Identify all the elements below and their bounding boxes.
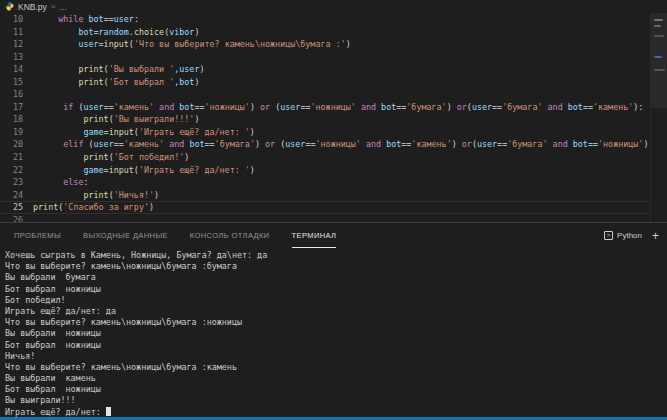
code-lines[interactable]: 10 while bot==user:11 bot=random.choice(…	[0, 13, 650, 222]
terminal-line: Вы выбрали камень	[5, 373, 667, 384]
panel-actions: > Python +	[604, 229, 667, 243]
line-number[interactable]: 24	[0, 189, 23, 202]
terminal-line: Играть ещё? да/нет: да	[5, 306, 667, 317]
shell-selector-label: Python	[617, 231, 642, 240]
code-editor: 10 while bot==user:11 bot=random.choice(…	[0, 13, 667, 222]
code-line[interactable]: 23 else:	[0, 176, 650, 189]
code-line[interactable]: 14 print('Вы выбрали ',user)	[0, 63, 650, 76]
line-number[interactable]: 14	[0, 63, 23, 76]
panel-tab-inactive[interactable]: ПРОБЛЕМЫ	[14, 223, 61, 248]
line-number[interactable]: 12	[0, 38, 23, 51]
code-line[interactable]: 22 game=input('Играть ещё? да/нет: ')	[0, 164, 650, 177]
code-line[interactable]: 13	[0, 51, 650, 64]
code-line[interactable]: 26	[0, 214, 650, 222]
shell-selector[interactable]: > Python	[604, 231, 642, 240]
breadcrumb: KNB.py > ...	[0, 0, 667, 13]
panel-tab-inactive[interactable]: ВЫХОДНЫЕ ДАННЫЕ	[83, 223, 168, 248]
line-number[interactable]: 25	[0, 201, 23, 214]
python-file-icon	[5, 2, 14, 11]
terminal-line: Бот победил!	[5, 295, 667, 306]
line-number[interactable]: 18	[0, 113, 23, 126]
panel-tab-active[interactable]: ТЕРМИНАЛ	[292, 223, 337, 248]
code-line[interactable]: 24 print('Ничья!')	[0, 189, 650, 202]
line-number[interactable]: 19	[0, 126, 23, 139]
panel-tab-inactive[interactable]: КОНСОЛЬ ОТЛАДКИ	[190, 223, 270, 248]
terminal-line: Бот выбрал ножницы	[5, 340, 667, 351]
line-number[interactable]: 26	[0, 214, 23, 222]
terminal-line: Бот выбрал ножницы	[5, 284, 667, 295]
code-line[interactable]: 17 if (user=='камень' and bot=='ножницы'…	[0, 101, 650, 114]
code-line[interactable]: 25print('Спасибо за игру')	[0, 201, 650, 214]
terminal-cursor	[106, 407, 111, 416]
terminal-line: Ничья!	[5, 351, 667, 362]
code-line[interactable]: 20 elif (user=='камень' and bot=='бумага…	[0, 138, 650, 151]
line-number[interactable]: 22	[0, 164, 23, 177]
terminal-shell-icon: >	[604, 231, 613, 240]
line-number[interactable]: 23	[0, 176, 23, 189]
code-line[interactable]: 21 print('Бот победил!')	[0, 151, 650, 164]
panel-tabs: ПРОБЛЕМЫВЫХОДНЫЕ ДАННЫЕКОНСОЛЬ ОТЛАДКИТЕ…	[0, 223, 358, 248]
line-number[interactable]: 13	[0, 51, 23, 64]
terminal-line: Вы выбрали бумага	[5, 272, 667, 283]
minimap-slider[interactable]	[651, 13, 667, 108]
terminal-line: Играть ещё? да/нет:	[5, 407, 667, 417]
code-line[interactable]: 15 print('Бот выбрал ',bot)	[0, 76, 650, 89]
line-number[interactable]: 10	[0, 13, 23, 26]
line-number[interactable]: 17	[0, 101, 23, 114]
vscode-window: KNB.py > ... 10 while bot==user:11 bot=r…	[0, 0, 667, 420]
breadcrumb-file-name[interactable]: KNB.py	[18, 2, 47, 12]
terminal-output[interactable]: Хочешь сыграть в Камень, Ножницы, Бумага…	[0, 248, 667, 417]
code-line[interactable]: 12 user=input('Что вы выберите? камень\н…	[0, 38, 650, 51]
terminal-line: Хочешь сыграть в Камень, Ножницы, Бумага…	[5, 250, 667, 261]
terminal-line: Что вы выберите? камень\ножницы\бумага :…	[5, 362, 667, 373]
code-line[interactable]: 16	[0, 88, 650, 101]
terminal-line: Вы выбрали ножницы	[5, 328, 667, 339]
code-line[interactable]: 10 while bot==user:	[0, 13, 650, 26]
line-number[interactable]: 15	[0, 76, 23, 89]
line-number[interactable]: 11	[0, 26, 23, 39]
terminal-line: Что вы выберите? камень\ножницы\бумага :…	[5, 261, 667, 272]
new-terminal-button[interactable]: +	[652, 229, 659, 243]
code-line[interactable]: 18 print('Вы выиграли!!!')	[0, 113, 650, 126]
code-line[interactable]: 19 game=input('Играть ещё? да/нет: ')	[0, 126, 650, 139]
terminal-line: Что вы выберите? камень\ножницы\бумага :…	[5, 317, 667, 328]
panel-header: ПРОБЛЕМЫВЫХОДНЫЕ ДАННЫЕКОНСОЛЬ ОТЛАДКИТЕ…	[0, 222, 667, 248]
breadcrumb-separator-icon: >	[51, 2, 56, 11]
terminal-line: Вы выиграли!!!	[5, 395, 667, 406]
code-line[interactable]: 11 bot=random.choice(vibor)	[0, 26, 650, 39]
line-number[interactable]: 21	[0, 151, 23, 164]
line-number[interactable]: 16	[0, 88, 23, 101]
terminal-line: Бот выбрал ножницы	[5, 384, 667, 395]
breadcrumb-symbol-ellipsis[interactable]: ...	[60, 2, 67, 12]
minimap[interactable]	[650, 13, 667, 222]
line-number[interactable]: 20	[0, 138, 23, 151]
